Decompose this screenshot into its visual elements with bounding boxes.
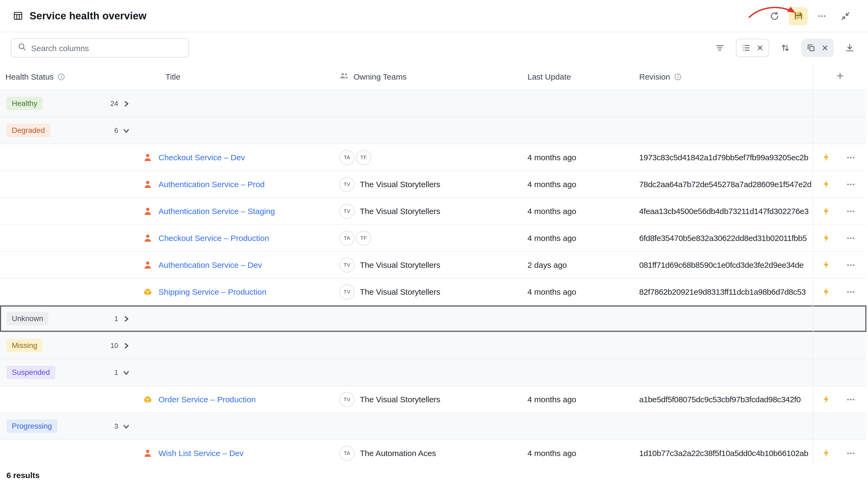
status-badge-healthy: Healthy bbox=[6, 97, 43, 110]
person-icon bbox=[143, 260, 153, 270]
lightning-icon[interactable] bbox=[822, 395, 831, 404]
search-input[interactable] bbox=[31, 43, 182, 52]
status-badge-progressing: Progressing bbox=[6, 420, 57, 433]
team-avatar: TV bbox=[339, 177, 354, 192]
service-title-link[interactable]: Order Service – Production bbox=[158, 395, 256, 404]
package-icon bbox=[143, 395, 153, 404]
group-row-missing[interactable]: Missing10 bbox=[0, 332, 866, 359]
table-icon bbox=[13, 11, 23, 21]
search-box[interactable] bbox=[11, 38, 189, 58]
package-icon bbox=[143, 287, 153, 296]
person-icon bbox=[143, 152, 153, 162]
team-avatar: TV bbox=[339, 203, 354, 219]
lightning-icon[interactable] bbox=[822, 287, 831, 296]
group-by-control[interactable] bbox=[736, 39, 769, 57]
chevron-right-icon[interactable] bbox=[122, 99, 130, 108]
column-header-health-status[interactable]: Health Status bbox=[5, 72, 54, 81]
team-icon bbox=[339, 72, 349, 81]
app-header: Service health overview bbox=[0, 0, 868, 32]
last-update: 4 months ago bbox=[527, 440, 639, 466]
team-avatar: TA bbox=[339, 446, 354, 461]
lightning-icon[interactable] bbox=[822, 206, 831, 216]
column-header-last-update[interactable]: Last Update bbox=[527, 72, 571, 81]
status-badge-missing: Missing bbox=[6, 339, 43, 352]
group-count: 24 bbox=[111, 99, 118, 108]
column-header-title[interactable]: Title bbox=[165, 72, 181, 81]
table-row: Authentication Service – DevTVThe Visual… bbox=[0, 252, 866, 279]
revision-hash: 78dc2aa64a7b72de545278a7ad28609e1f547e2d bbox=[639, 171, 813, 197]
row-menu-button[interactable] bbox=[846, 179, 856, 189]
lightning-icon[interactable] bbox=[822, 260, 831, 269]
group-count: 6 bbox=[115, 126, 118, 135]
ellipsis-icon bbox=[817, 11, 827, 21]
add-column-button[interactable] bbox=[836, 72, 844, 82]
person-icon bbox=[143, 179, 153, 189]
chevron-right-icon[interactable] bbox=[122, 314, 130, 323]
download-button[interactable] bbox=[840, 39, 859, 57]
chevron-down-icon[interactable] bbox=[122, 126, 130, 135]
status-badge-unknown: Unknown bbox=[6, 312, 49, 325]
service-title-link[interactable]: Authentication Service – Prod bbox=[158, 180, 265, 189]
clear-columns-icon[interactable] bbox=[821, 44, 829, 52]
table-toolbar bbox=[0, 32, 868, 63]
row-menu-button[interactable] bbox=[846, 260, 856, 270]
lightning-icon[interactable] bbox=[822, 233, 831, 243]
revision-hash: 1d10b77c3a2a22c38f5f10a5dd0c4b10b66102ab bbox=[639, 440, 813, 466]
row-menu-button[interactable] bbox=[846, 395, 856, 404]
chevron-down-icon[interactable] bbox=[122, 422, 130, 430]
service-title-link[interactable]: Checkout Service – Production bbox=[158, 233, 269, 243]
revision-hash: 6fd8fe35470b5e832a30622dd8ed31b02011fbb5 bbox=[639, 225, 813, 251]
person-icon bbox=[143, 206, 153, 216]
chevron-down-icon[interactable] bbox=[122, 368, 130, 377]
last-update: 4 months ago bbox=[527, 386, 639, 412]
status-badge-degraded: Degraded bbox=[6, 124, 50, 137]
chevron-right-icon[interactable] bbox=[122, 341, 130, 350]
team-name: The Visual Storytellers bbox=[360, 287, 440, 296]
column-header-row: Health Status Title Owning Teams Last Up… bbox=[0, 63, 866, 90]
column-header-owning-teams[interactable]: Owning Teams bbox=[353, 72, 407, 81]
group-row-progressing[interactable]: Progressing3 bbox=[0, 413, 866, 440]
clear-group-by-icon[interactable] bbox=[756, 44, 764, 52]
last-update: 4 months ago bbox=[527, 198, 639, 224]
group-row-degraded[interactable]: Degraded6 bbox=[0, 117, 866, 144]
service-title-link[interactable]: Shipping Service – Production bbox=[158, 287, 267, 296]
revision-hash: 82f7862b20921e9d8313ff11dcb1a98b6d7d8c53 bbox=[639, 279, 813, 305]
service-title-link[interactable]: Authentication Service – Staging bbox=[158, 206, 275, 216]
sort-button[interactable] bbox=[776, 39, 795, 57]
service-health-page: Service health overview bbox=[0, 0, 868, 484]
download-icon bbox=[845, 43, 855, 53]
column-header-revision[interactable]: Revision bbox=[639, 72, 670, 81]
row-menu-button[interactable] bbox=[846, 152, 856, 162]
group-count: 1 bbox=[115, 315, 118, 323]
collapse-view-button[interactable] bbox=[836, 7, 855, 25]
last-update: 4 months ago bbox=[527, 171, 639, 197]
lightning-icon[interactable] bbox=[822, 180, 831, 189]
lightning-icon[interactable] bbox=[822, 449, 831, 458]
manage-columns-icon bbox=[806, 43, 816, 53]
status-badge-suspended: Suspended bbox=[6, 366, 55, 379]
row-menu-button[interactable] bbox=[846, 448, 856, 458]
team-name: The Visual Storytellers bbox=[360, 260, 440, 269]
table-row: Wish List Service – DevTAThe Automation … bbox=[0, 440, 866, 467]
more-options-button[interactable] bbox=[812, 7, 832, 25]
service-title-link[interactable]: Authentication Service – Dev bbox=[158, 260, 262, 269]
team-avatar: TA bbox=[339, 230, 354, 246]
lightning-icon[interactable] bbox=[822, 153, 831, 162]
group-row-suspended[interactable]: Suspended1 bbox=[0, 359, 866, 386]
row-menu-button[interactable] bbox=[846, 233, 856, 243]
group-row-healthy[interactable]: Healthy24 bbox=[0, 90, 866, 117]
page-title: Service health overview bbox=[30, 10, 147, 22]
service-title-link[interactable]: Checkout Service – Dev bbox=[158, 153, 245, 162]
row-menu-button[interactable] bbox=[846, 206, 856, 216]
team-avatar: TA bbox=[339, 150, 354, 165]
last-update: 4 months ago bbox=[527, 225, 639, 251]
info-icon bbox=[58, 73, 65, 80]
revision-hash: a1be5df5f08075dc9c53cbf97b3fcdad98c342f0 bbox=[639, 386, 813, 412]
filter-button[interactable] bbox=[710, 39, 730, 57]
toolbar-actions bbox=[710, 39, 859, 57]
service-title-link[interactable]: Wish List Service – Dev bbox=[158, 449, 244, 458]
team-name: The Visual Storytellers bbox=[360, 395, 440, 404]
row-menu-button[interactable] bbox=[846, 287, 856, 296]
manage-columns-control[interactable] bbox=[801, 39, 834, 57]
group-row-unknown[interactable]: Unknown1 bbox=[0, 306, 866, 332]
